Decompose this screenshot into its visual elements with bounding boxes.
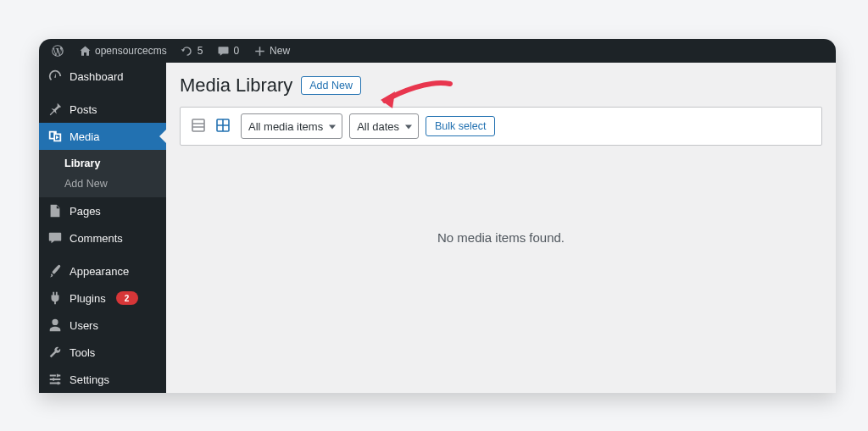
comment-icon	[47, 230, 63, 246]
sidebar-item-posts[interactable]: Posts	[39, 96, 166, 123]
updates-count: 5	[198, 45, 203, 57]
updates-link[interactable]: 5	[177, 44, 207, 58]
comment-icon	[216, 44, 230, 58]
date-filter[interactable]: All dates	[349, 113, 419, 139]
sidebar-item-pages[interactable]: Pages	[39, 197, 166, 224]
pin-icon	[47, 102, 63, 117]
add-new-button[interactable]: Add New	[301, 76, 361, 95]
comments-count: 0	[233, 45, 239, 57]
plus-icon	[253, 44, 266, 58]
sidebar-item-settings[interactable]: Settings	[39, 366, 166, 393]
sidebar-item-label: Dashboard	[70, 70, 124, 83]
media-library-content: Media Library Add New	[166, 63, 836, 393]
media-submenu: Library Add New	[39, 150, 166, 197]
refresh-icon	[181, 44, 194, 58]
media-type-filter[interactable]: All media items	[241, 113, 342, 139]
wp-admin-window: opensourcecms 5 0 New	[39, 39, 836, 393]
sidebar-item-label: Posts	[70, 103, 97, 116]
sidebar-item-tools[interactable]: Tools	[39, 339, 166, 366]
svg-rect-0	[192, 119, 204, 131]
site-name-label: opensourcecms	[95, 45, 167, 57]
media-toolbar: All media items All dates Bulk select	[180, 107, 822, 146]
page-icon	[47, 203, 63, 218]
sidebar-item-label: Pages	[70, 205, 101, 218]
sliders-icon	[47, 372, 63, 387]
bulk-select-button[interactable]: Bulk select	[426, 116, 495, 136]
media-icon	[47, 129, 63, 144]
dashboard-icon	[47, 69, 63, 84]
admin-sidebar: Dashboard Posts Media Library	[39, 63, 166, 393]
new-label: New	[270, 45, 290, 57]
grid-view-button[interactable]	[212, 115, 234, 137]
plug-icon	[47, 290, 63, 306]
grid-icon	[214, 117, 231, 136]
sidebar-item-label: Plugins	[70, 292, 106, 305]
wrench-icon	[47, 345, 63, 360]
sidebar-item-dashboard[interactable]: Dashboard	[39, 63, 166, 90]
sidebar-item-label: Tools	[70, 346, 95, 359]
sidebar-item-label: Appearance	[70, 265, 129, 278]
submenu-item-addnew[interactable]: Add New	[39, 174, 166, 194]
empty-state-message: No media items found.	[180, 146, 822, 245]
page-header: Media Library Add New	[180, 71, 822, 107]
site-name-link[interactable]: opensourcecms	[75, 44, 170, 58]
sidebar-item-label: Comments	[70, 232, 123, 245]
wp-logo[interactable]	[47, 44, 68, 58]
sidebar-item-users[interactable]: Users	[39, 312, 166, 339]
page-title: Media Library	[180, 75, 292, 97]
view-switch	[187, 115, 234, 137]
list-view-button[interactable]	[187, 115, 209, 137]
comments-link[interactable]: 0	[213, 44, 242, 58]
user-icon	[47, 318, 63, 333]
submenu-item-label: Library	[64, 157, 100, 169]
select-value: All media items	[248, 120, 323, 133]
sidebar-item-comments[interactable]: Comments	[39, 224, 166, 251]
select-value: All dates	[357, 120, 399, 133]
sidebar-item-label: Settings	[70, 373, 109, 386]
brush-icon	[47, 263, 63, 279]
new-content-link[interactable]: New	[249, 44, 293, 58]
list-icon	[190, 117, 207, 136]
sidebar-item-plugins[interactable]: Plugins 2	[39, 285, 166, 312]
sidebar-item-media[interactable]: Media	[39, 123, 166, 150]
sidebar-item-label: Users	[70, 319, 98, 332]
home-icon	[78, 44, 92, 58]
submenu-item-library[interactable]: Library	[39, 153, 166, 174]
submenu-item-label: Add New	[64, 178, 108, 190]
plugins-badge: 2	[116, 291, 138, 305]
sidebar-item-appearance[interactable]: Appearance	[39, 257, 166, 285]
sidebar-item-label: Media	[70, 130, 99, 143]
admin-bar: opensourcecms 5 0 New	[39, 39, 836, 63]
wordpress-icon	[51, 44, 64, 58]
